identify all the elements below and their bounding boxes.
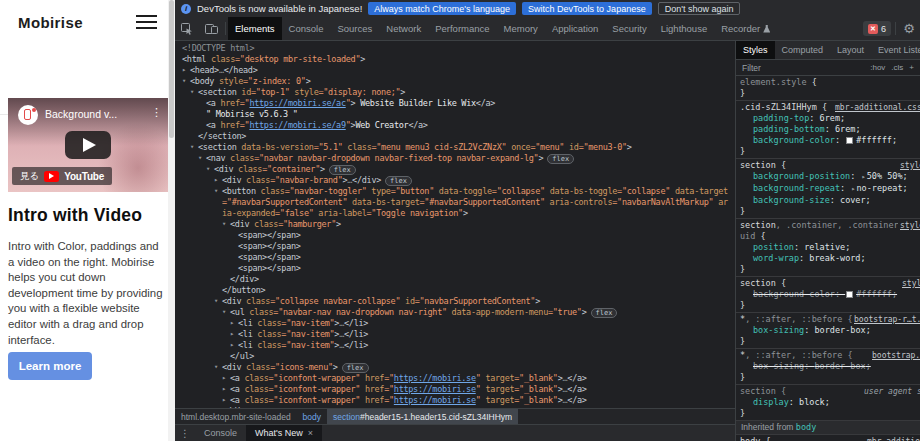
tab-sources[interactable]: Sources [330,17,379,40]
stylesheet-source-link[interactable]: style.css [898,220,920,231]
sidebar-tab-computed[interactable]: Computed [775,41,831,59]
sidebar-tab-event-listeners[interactable]: Event Listeners [871,41,920,59]
site-logo[interactable]: Mobirise [18,14,83,31]
video-more-options-icon[interactable]: ⋮ [151,106,162,119]
dom-tree-line[interactable]: ▾<section data-bs-version="5.1" class="m… [175,142,735,153]
dom-tree-line[interactable]: </section> [175,131,735,142]
flex-adorner-badge[interactable]: flex [547,154,574,164]
flex-adorner-badge[interactable]: flex [329,165,356,175]
sidebar-tab-layout[interactable]: Layout [830,41,871,59]
youtube-watch-link[interactable]: 見る YouTube [12,167,112,185]
css-property[interactable]: padding-bottom: 6rem; [740,124,920,135]
dom-tree-line[interactable]: ▾<body style="z-index: 0"> [175,76,735,87]
css-selector[interactable]: section {user agent stylesheet [740,386,920,397]
dom-tree-line[interactable]: ▸<head>…</head> [175,65,735,76]
dom-tree-line[interactable]: ▾<div class="collapse navbar-collapse" i… [175,296,735,307]
collapse-arrow-icon[interactable]: ▾ [206,164,210,175]
expand-arrow-icon[interactable]: ▸ [230,329,234,340]
expand-arrow-icon[interactable]: ▸ [182,65,186,76]
dom-tree-line[interactable]: <html class="desktop mbr-site-loaded"> [175,54,735,65]
collapse-arrow-icon[interactable]: ▾ [214,362,218,373]
stylesheet-source-link[interactable]: mbr-additional.css [865,436,920,441]
channel-avatar[interactable] [18,105,38,125]
css-property[interactable]: background-repeat: ▸no-repeat; [740,183,920,195]
css-selector[interactable]: *, ::after, ::before {bootstrap.min.css [740,350,920,361]
css-selector[interactable]: *, ::after, ::before {bootstrap-r…t.min.… [740,314,920,325]
tab-application[interactable]: Application [545,17,605,40]
dom-tree-line[interactable]: </ul> [175,351,735,362]
breadcrumb-item[interactable]: body [297,409,327,424]
expand-arrow-icon[interactable]: ▸ [214,175,218,186]
collapse-arrow-icon[interactable]: ▾ [214,296,218,307]
collapse-arrow-icon[interactable]: ▾ [190,87,194,98]
expand-arrow-icon[interactable]: ▸ [230,340,234,351]
flex-adorner-badge[interactable]: flex [342,363,369,373]
tab-console[interactable]: Console [282,17,331,40]
learn-more-button[interactable]: Learn more [8,352,92,380]
dom-tree-line[interactable]: </div> [175,274,735,285]
hamburger-menu-icon[interactable] [136,15,157,29]
youtube-video-embed[interactable]: Background v... ⋮ 見る YouTube [8,98,168,192]
collapse-arrow-icon[interactable]: ▾ [182,76,186,87]
dom-tree-line[interactable]: ▾<ul class="navbar-nav nav-dropdown nav-… [175,307,735,318]
styles-filter-input[interactable]: Filter [742,63,864,73]
flex-adorner-badge[interactable]: flex [385,176,412,186]
tab-security[interactable]: Security [605,17,653,40]
collapse-arrow-icon[interactable]: ▾ [214,186,218,197]
dom-tree-line[interactable]: ▸<li class="nav-item">…</li> [175,318,735,329]
drawer-menu-icon[interactable]: ⋮ [175,425,195,441]
filter-toggle-[interactable]: + [909,63,914,72]
css-property[interactable]: display: block; [740,397,920,408]
inspect-element-icon[interactable] [175,17,199,40]
css-property[interactable]: position: relative; [740,242,920,253]
switch-japanese-button[interactable]: Switch DevTools to Japanese [522,2,652,15]
dom-tree-line[interactable]: ▾<button class="navbar-toggler" type="bu… [175,186,735,219]
page-scrollbar[interactable] [168,0,175,441]
tab-memory[interactable]: Memory [497,17,545,40]
css-selector[interactable]: section, .container, .container-fluid {s… [740,220,920,242]
tab-network[interactable]: Network [379,17,428,40]
dom-tree-line[interactable]: ▸<div class="navbar-brand">…</div>flex [175,175,735,186]
css-selector[interactable]: element.style { [740,77,920,88]
stylesheet-source-link[interactable]: style.css [898,160,920,171]
css-selector[interactable]: section {style.css [740,160,920,171]
breadcrumb-item[interactable]: html.desktop.mbr-site-loaded [175,409,297,424]
dom-tree-line[interactable]: <!DOCTYPE html> [175,43,735,54]
dom-tree-line[interactable]: ▾<div class="icons-menu">flex [175,362,735,373]
filter-toggle-hov[interactable]: :hov [870,63,885,72]
dont-show-again-button[interactable]: Don't show again [658,2,741,15]
dom-tree-line[interactable]: ▾<div class="container">flex [175,164,735,175]
sidebar-tab-styles[interactable]: Styles [736,41,775,59]
css-property[interactable]: background-color: #ffffff; [740,289,920,300]
collapse-arrow-icon[interactable]: ▾ [198,153,202,164]
dom-tree-line[interactable]: <span></span> [175,252,735,263]
css-property[interactable]: background-size: cover; [740,195,920,206]
dom-tree-line[interactable]: ▸<li class="nav-item">…</li> [175,340,735,351]
expand-arrow-icon[interactable]: ▸ [230,318,234,329]
video-title[interactable]: Background v... [45,108,150,120]
stylesheet-source-link[interactable]: user agent stylesheet [862,386,920,397]
drawer-tab-console[interactable]: Console [195,425,246,441]
expand-arrow-icon[interactable]: ▸ [222,373,226,384]
css-selector[interactable]: body {mbr-additional.css [740,436,920,441]
dom-tree-line[interactable]: ▾<section id="top-1" style="display: non… [175,87,735,98]
video-play-button[interactable] [65,131,111,159]
dom-tree-line[interactable]: ▸<li class="nav-item">…</li> [175,329,735,340]
css-selector[interactable]: .cid-sZL34IHHym {mbr-additional.css [740,102,920,113]
breadcrumb-item[interactable]: section#header15-1.header15.cid-sZL34IHH… [327,409,518,424]
flex-adorner-badge[interactable]: flex [591,308,618,318]
css-property[interactable]: box-sizing: border-box; [740,361,920,372]
dom-tree-line[interactable]: <span></span> [175,241,735,252]
match-language-button[interactable]: Always match Chrome's language [368,2,516,15]
dom-tree-line[interactable]: ▸<a class="iconfont-wrapper" href="https… [175,373,735,384]
device-toolbar-icon[interactable] [199,17,223,40]
dom-tree-line[interactable]: </button> [175,285,735,296]
tab-recorder[interactable]: Recorder [714,17,777,40]
css-property[interactable]: background-color: #ffffff; [740,135,920,146]
expand-arrow-icon[interactable]: ▸ [222,384,226,395]
tab-lighthouse[interactable]: Lighthouse [654,17,714,40]
color-swatch[interactable] [846,291,853,298]
inherited-from-link[interactable]: body [796,422,816,432]
dom-tree-line[interactable]: ▾<nav class="navbar navbar-dropdown navb… [175,153,735,164]
expand-arrow-icon[interactable]: ▸ [222,395,226,406]
